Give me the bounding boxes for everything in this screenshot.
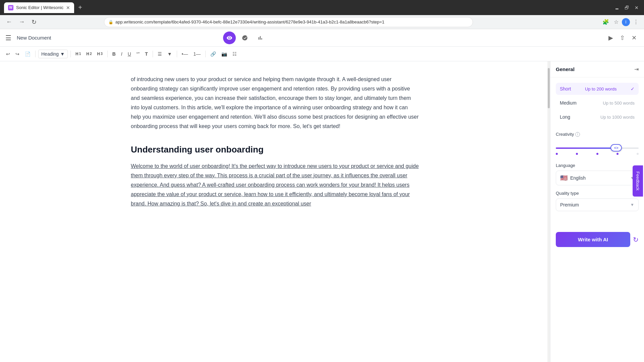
slider-dot-2	[576, 153, 578, 155]
creativity-label: Creativity i	[556, 132, 639, 137]
creativity-slider-thumb[interactable]: <>	[610, 144, 622, 152]
fontsize-button[interactable]: T	[143, 50, 150, 58]
editor-scroll-wrapper: of introducing new users to your product…	[0, 61, 550, 362]
editor-content: of introducing new users to your product…	[131, 75, 419, 208]
toolbar-separator-1	[35, 51, 36, 57]
length-medium-words: Up to 500 words	[603, 101, 635, 106]
quality-dropdown-arrow: ▼	[630, 202, 634, 207]
language-value: English	[570, 175, 586, 181]
toolbar-separator-4	[153, 51, 153, 57]
back-button[interactable]: ←	[4, 17, 14, 27]
h1-button[interactable]: H1	[73, 50, 83, 58]
url-text: app.writesonic.com/template/6bc4afed-937…	[115, 19, 384, 24]
numbered-list-button[interactable]: 1—	[192, 50, 203, 58]
maximize-button[interactable]: 🗗	[623, 4, 631, 12]
slider-dot-5	[637, 153, 639, 155]
quality-section: Quality type Premium ▼	[550, 191, 644, 217]
length-short-option[interactable]: Short Up to 200 words ✓	[556, 83, 639, 95]
rocket-icon-button[interactable]	[238, 32, 251, 44]
quote-button[interactable]: “”	[135, 50, 142, 58]
close-header-button[interactable]: ✕	[630, 32, 639, 44]
redo-button[interactable]: ↪	[13, 50, 21, 58]
profile-icon[interactable]: I	[622, 18, 630, 26]
forward-button[interactable]: →	[17, 17, 27, 27]
quality-value: Premium	[560, 202, 579, 207]
length-section: Short Up to 200 words ✓ Medium Up to 500…	[550, 77, 644, 130]
feedback-tab[interactable]: Feedback	[633, 165, 643, 196]
table-button[interactable]: ☷	[230, 50, 239, 58]
panel-header: General ⇥	[550, 61, 644, 77]
length-long-label: Long	[560, 114, 570, 120]
toolbar-separator-6	[205, 51, 206, 57]
creativity-slider-dots	[556, 153, 639, 155]
toolbar-separator-3	[107, 51, 108, 57]
document-title[interactable]: New Document	[17, 35, 51, 41]
heading-dropdown[interactable]: Heading ▼	[38, 50, 68, 58]
creativity-slider-fill	[556, 147, 618, 149]
h3-button[interactable]: H3	[95, 50, 104, 58]
slider-dot-4	[616, 153, 619, 155]
play-icon-button[interactable]: ▶	[606, 32, 615, 44]
length-short-label: Short	[560, 86, 571, 92]
undo-button[interactable]: ↩	[4, 50, 12, 58]
panel-expand-button[interactable]: ⇥	[634, 66, 639, 72]
main-layout: of introducing new users to your product…	[0, 61, 644, 362]
language-select-dropdown[interactable]: 🇺🇸 English ▼	[556, 171, 639, 185]
length-medium-label: Medium	[560, 100, 577, 106]
creativity-info-icon[interactable]: i	[575, 132, 580, 137]
address-bar[interactable]: 🔒 app.writesonic.com/template/6bc4afed-9…	[104, 17, 473, 27]
editor-paragraph-2: Welcome to the world of user onboarding!…	[131, 162, 419, 208]
window-controls: 🗕 🗗 ✕	[613, 4, 640, 12]
write-with-ai-button[interactable]: Write with AI	[556, 232, 630, 247]
quality-select-dropdown[interactable]: Premium ▼	[556, 198, 639, 211]
language-section: Language 🇺🇸 English ▼	[550, 163, 644, 191]
new-tab-button[interactable]: +	[78, 4, 82, 11]
language-label: Language	[556, 163, 639, 168]
header-right-actions: ▶ ⇧ ✕	[606, 32, 639, 44]
bullet-list-button[interactable]: •—	[180, 50, 190, 58]
hamburger-menu[interactable]: ☰	[5, 34, 11, 42]
bold-button[interactable]: B	[110, 50, 118, 58]
feedback-label: Feedback	[635, 171, 640, 190]
image-button[interactable]: 📷	[219, 50, 229, 58]
copy-button[interactable]: 📄	[23, 50, 33, 58]
creativity-slider-value: <>	[614, 146, 619, 150]
extensions-icon[interactable]: 🧩	[601, 17, 610, 26]
creativity-slider-track: <>	[556, 147, 639, 149]
length-short-words: Up to 200 words	[585, 86, 617, 92]
editor-paragraph-1: of introducing new users to your product…	[131, 75, 419, 131]
minimize-button[interactable]: 🗕	[613, 4, 621, 12]
tab-close-btn[interactable]: ✕	[66, 5, 70, 10]
panel-title: General	[556, 66, 575, 72]
lock-icon: 🔒	[108, 20, 113, 24]
browser-tab[interactable]: W Sonic Editor | Writesonic ✕	[4, 2, 74, 13]
right-panel: General ⇥ Short Up to 200 words ✓ Medium…	[550, 61, 644, 362]
creativity-slider-container[interactable]: <>	[556, 141, 639, 158]
length-medium-option[interactable]: Medium Up to 500 words	[556, 97, 639, 109]
bookmark-icon[interactable]: ☆	[612, 17, 620, 26]
creativity-section: Creativity i <>	[550, 130, 644, 163]
chart-icon-button[interactable]	[254, 32, 267, 44]
refresh-button[interactable]: ↻	[633, 236, 639, 244]
editor-scrollbar-thumb[interactable]	[548, 68, 550, 108]
align-dropdown-button[interactable]: ▼	[165, 50, 174, 58]
menu-icon[interactable]: ⋮	[632, 17, 640, 26]
eye-icon-button[interactable]	[223, 32, 236, 44]
editor-area[interactable]: of introducing new users to your product…	[0, 61, 550, 222]
reload-button[interactable]: ↻	[30, 17, 39, 27]
link-button[interactable]: 🔗	[208, 50, 218, 58]
length-long-option[interactable]: Long Up to 1000 words	[556, 111, 639, 123]
underline-button[interactable]: U	[126, 50, 133, 58]
align-button[interactable]: ☰	[156, 50, 164, 58]
length-short-check-icon: ✓	[631, 86, 635, 92]
share-icon-button[interactable]: ⇧	[618, 32, 627, 44]
editor-scrollbar-track[interactable]	[547, 61, 550, 362]
italic-button[interactable]: I	[119, 50, 124, 58]
editor-heading-understanding: Understanding user onboarding	[131, 144, 419, 155]
browser-chrome: W Sonic Editor | Writesonic ✕ + 🗕 🗗 ✕	[0, 0, 644, 15]
h2-button[interactable]: H2	[84, 50, 94, 58]
toolbar-separator-2	[70, 51, 71, 57]
toolbar-separator-5	[177, 51, 177, 57]
close-button[interactable]: ✕	[633, 4, 640, 12]
header-center-icons	[223, 32, 267, 44]
